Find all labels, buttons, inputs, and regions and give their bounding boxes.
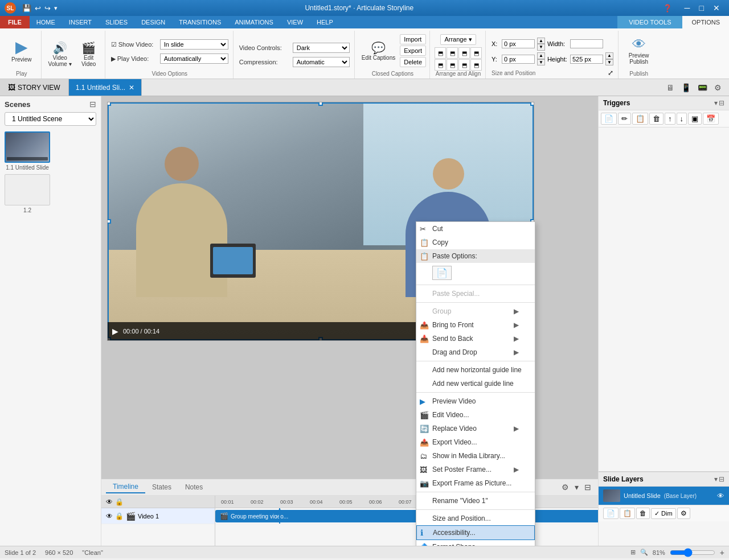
delete-captions-button[interactable]: Delete [400, 57, 426, 67]
help-tab[interactable]: HELP [310, 16, 340, 28]
export-captions-button[interactable]: Export [400, 46, 426, 56]
ctx-copy[interactable]: 📋 Copy [416, 236, 535, 249]
ctx-size-position[interactable]: Size and Position... [416, 512, 535, 525]
design-tab[interactable]: DESIGN [134, 16, 172, 28]
trigger-up-icon[interactable]: ↑ [665, 113, 675, 125]
notes-tab[interactable]: Notes [178, 481, 210, 493]
align-br[interactable]: ⬒ [458, 59, 470, 71]
timeline-marker[interactable] [279, 508, 280, 524]
ctx-add-v-guide[interactable]: Add new vertical guide line [416, 377, 535, 390]
ctx-add-h-guide[interactable]: Add new horizontal guide line [416, 363, 535, 377]
story-view-tab[interactable]: 🖼 STORY VIEW [0, 79, 69, 96]
settings-icon[interactable]: ⚙ [711, 81, 724, 94]
ctx-export-frame[interactable]: 📷 Export Frame as Picture... [416, 476, 535, 490]
help-icon[interactable]: ❓ [660, 3, 675, 14]
triggers-collapse-icon[interactable]: ▾ [714, 99, 718, 107]
trigger-delete-icon[interactable]: 🗑 [649, 113, 664, 125]
align-bc[interactable]: ⬒ [447, 59, 458, 71]
video-block[interactable]: 🎬 Group meeting video... [215, 510, 598, 522]
monitor-icon[interactable]: 🖥 [664, 81, 677, 94]
video-controls-select[interactable]: Dark [293, 43, 350, 53]
layer-new-icon[interactable]: 📄 [603, 508, 619, 519]
zoom-slider[interactable] [670, 548, 715, 557]
animations-tab[interactable]: ANIMATIONS [228, 16, 280, 28]
ctx-send-back[interactable]: 📥 Send to Back ▶ [416, 332, 535, 345]
preview-play-button[interactable]: ▶ Preview [7, 37, 36, 65]
zoom-plus-icon[interactable]: + [720, 548, 724, 557]
width-input[interactable] [570, 39, 603, 48]
grid-view-icon[interactable]: ⊞ [630, 549, 636, 556]
trigger-edit-icon[interactable]: ✏ [618, 113, 631, 125]
trigger-grid-icon[interactable]: ▣ [688, 113, 702, 125]
x-input[interactable] [502, 39, 535, 48]
layer-delete-icon[interactable]: 🗑 [636, 508, 650, 519]
ctx-replace-video[interactable]: 🔄 Replace Video ▶ [416, 422, 535, 435]
layer-copy-icon[interactable]: 📋 [620, 508, 635, 519]
ctx-edit-video[interactable]: 🎬 Edit Video... [416, 408, 535, 422]
base-layer-visible-icon[interactable]: 👁 [717, 492, 724, 500]
trigger-down-icon[interactable]: ↓ [677, 113, 687, 125]
edit-video-button[interactable]: 🎬 EditVideo [76, 39, 101, 69]
restore-button[interactable]: □ [695, 2, 708, 14]
ctx-rename[interactable]: Rename "Video 1" [416, 494, 535, 508]
quick-access-dropdown[interactable]: ▾ [52, 3, 59, 13]
view-tab[interactable]: VIEW [280, 16, 310, 28]
trigger-calendar-icon[interactable]: 📅 [703, 113, 719, 125]
ctx-preview-video[interactable]: ▶ Preview Video [416, 394, 535, 408]
triggers-panel-icon[interactable]: ⊟ [719, 99, 724, 107]
ctx-show-media[interactable]: 🗂 Show in Media Library... [416, 449, 535, 463]
timeline-panel-icon[interactable]: ⊟ [582, 481, 593, 493]
quick-access-save[interactable]: 💾 [21, 3, 33, 14]
align-extra2[interactable]: ⬒ [470, 59, 482, 71]
timeline-collapse-icon[interactable]: ▾ [572, 481, 581, 493]
align-bl[interactable]: ⬒ [435, 59, 446, 71]
height-input[interactable] [570, 55, 603, 64]
y-input[interactable] [502, 55, 535, 64]
tablet-icon[interactable]: 📱 [678, 81, 694, 94]
quick-access-undo[interactable]: ↩ [33, 3, 43, 14]
timeline-tab[interactable]: Timeline [106, 481, 145, 493]
layer-dim-label[interactable]: ✓ Dim [651, 508, 676, 519]
x-spinners[interactable]: ▲ ▼ [537, 38, 545, 51]
ctx-set-poster[interactable]: 🖼 Set Poster Frame... ▶ [416, 463, 535, 476]
track-lock-header[interactable]: 🔒 [115, 498, 124, 506]
scenes-collapse-icon[interactable]: ⊟ [89, 100, 96, 109]
slide-tab-close[interactable]: ✕ [129, 84, 134, 92]
play-video-select[interactable]: Automatically [160, 53, 228, 64]
arrange-button[interactable]: Arrange ▾ [440, 34, 476, 45]
ctx-format-shape[interactable]: 🔷 Format Shape [416, 540, 535, 546]
file-tab[interactable]: FILE [0, 16, 30, 28]
layers-collapse-icon[interactable]: ▾ [714, 475, 718, 483]
track-lock[interactable]: 🔒 [115, 512, 124, 520]
slides-tab[interactable]: SLIDES [99, 16, 134, 28]
zoom-search-icon[interactable]: 🔍 [640, 549, 648, 556]
slide-thumb-1-1[interactable]: 1.1 Untitled Slide [5, 131, 50, 171]
slide-thumb-1-2[interactable]: 1.2 [5, 174, 50, 213]
transitions-tab[interactable]: TRANSITIONS [172, 16, 228, 28]
timeline-settings-icon[interactable]: ⚙ [559, 481, 571, 493]
close-button[interactable]: ✕ [708, 2, 724, 14]
compression-select[interactable]: Automatic [293, 57, 350, 67]
ctx-export-video[interactable]: 📤 Export Video... [416, 435, 535, 449]
align-tl[interactable]: ⬒ [435, 47, 446, 59]
phone-icon[interactable]: 📟 [695, 81, 710, 94]
align-tr[interactable]: ⬒ [458, 47, 470, 59]
preview-publish-button[interactable]: 👁 PreviewPublish [624, 34, 654, 67]
ctx-accessibility[interactable]: ℹ Accessibility... [416, 525, 535, 540]
y-spinners[interactable]: ▲ ▼ [537, 52, 545, 65]
ctx-drag-drop[interactable]: Drag and Drop ▶ [416, 345, 535, 359]
ctx-paste-icon-row[interactable]: 📄 [416, 263, 535, 283]
ctx-bring-front[interactable]: 📤 Bring to Front ▶ [416, 318, 535, 332]
ctx-cut[interactable]: ✂ Cut [416, 222, 535, 236]
layers-panel-icon[interactable]: ⊟ [719, 475, 724, 483]
home-tab[interactable]: HOME [30, 16, 62, 28]
import-captions-button[interactable]: Import [400, 34, 426, 44]
track-eye[interactable]: 👁 [106, 512, 113, 520]
options-tab[interactable]: OPTIONS [682, 16, 729, 28]
quick-access-redo[interactable]: ↪ [43, 3, 52, 14]
edit-captions-button[interactable]: 💬 Edit Captions [359, 39, 398, 63]
video-play-icon[interactable]: ▶ [112, 327, 118, 336]
track-eye-header[interactable]: 👁 [106, 498, 113, 506]
align-tc[interactable]: ⬒ [447, 47, 458, 59]
base-layer-item[interactable]: Untitled Slide (Base Layer) 👁 [599, 487, 729, 505]
